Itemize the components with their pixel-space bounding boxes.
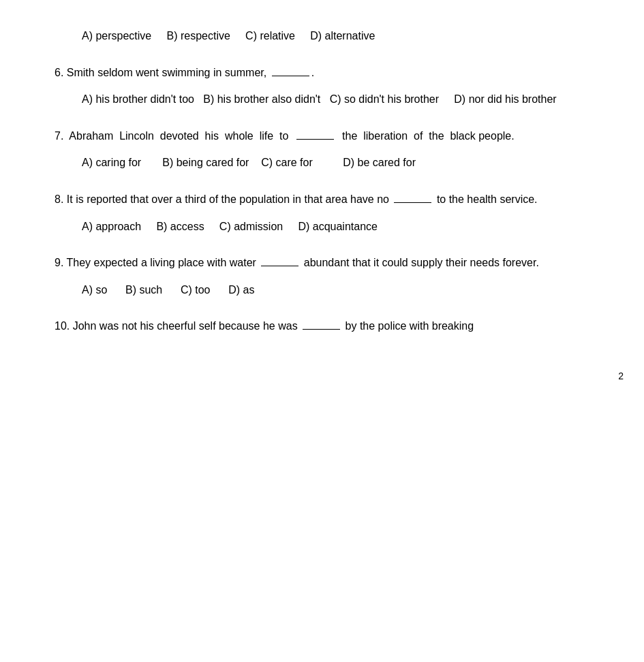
q9-block: 9. They expected a living place with wat… [55,254,589,298]
q5-options-block: A) perspective B) respective C) relative… [55,27,589,45]
q8-blank [394,202,431,203]
q9-blank [261,266,298,266]
q7-text: 7. Abraham Lincoln devoted his whole lif… [55,127,589,145]
page-number: 2 [618,371,624,381]
q8-text: 8. It is reported that over a third of t… [55,191,589,208]
q6-block: 6. Smith seldom went swimming in summer,… [55,64,589,108]
q6-blank [272,76,309,76]
q10-text: 10. John was not his cheerful self becau… [55,317,589,335]
q6-text: 6. Smith seldom went swimming in summer,… [55,64,589,82]
q10-blank [303,329,340,330]
q7-options: A) caring for B) being cared for C) care… [55,154,589,172]
q5-options: A) perspective B) respective C) relative… [55,27,589,45]
q7-blank [296,139,334,140]
q8-block: 8. It is reported that over a third of t… [55,191,589,235]
page: A) perspective B) respective C) relative… [0,0,644,395]
q8-options: A) approach B) access C) admission D) ac… [55,218,589,236]
q10-block: 10. John was not his cheerful self becau… [55,317,589,335]
q6-options: A) his brother didn't too B) his brother… [55,91,589,108]
q9-options: A) so B) such C) too D) as [55,281,589,299]
q7-block: 7. Abraham Lincoln devoted his whole lif… [55,127,589,172]
q9-text: 9. They expected a living place with wat… [55,254,589,272]
